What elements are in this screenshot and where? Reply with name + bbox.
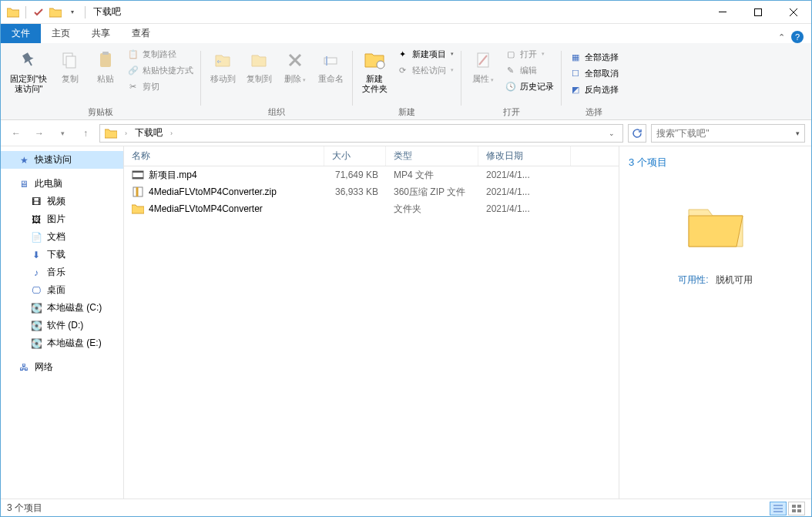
sidebar-item-documents[interactable]: 📄文档 (1, 228, 123, 246)
paste-shortcut-button[interactable]: 🔗粘贴快捷方式 (124, 62, 196, 78)
new-group-label: 新建 (398, 105, 415, 119)
tab-home[interactable]: 主页 (41, 24, 81, 43)
refresh-button[interactable] (628, 124, 646, 143)
navigation-bar: ← → ▾ ↑ › 下载吧 › ⌄ ▾ (1, 120, 811, 146)
copyto-icon (247, 48, 271, 72)
svg-rect-11 (133, 171, 143, 173)
sidebar-item-desktop[interactable]: 🖵桌面 (1, 281, 123, 299)
scissors-icon: ✂ (127, 80, 139, 92)
file-row[interactable]: 新项目.mp471,649 KBMP4 文件2021/4/1... (124, 166, 619, 183)
move-to-button[interactable]: 移动到 (206, 46, 240, 86)
view-icons-button[interactable] (788, 502, 805, 515)
folder-large-icon (685, 200, 747, 250)
separator (85, 6, 86, 18)
history-button[interactable]: 🕓历史记录 (502, 79, 557, 94)
properties-button[interactable]: 属性▾ (466, 46, 500, 86)
disk-icon: 💽 (30, 302, 42, 314)
copy-path-button[interactable]: 📋复制路径 (124, 46, 196, 62)
address-bar[interactable]: › 下载吧 › ⌄ (99, 124, 623, 143)
forward-button[interactable]: → (30, 124, 49, 143)
new-folder-button[interactable]: 新建 文件夹 (357, 46, 392, 96)
pin-to-quick-access-button[interactable]: 固定到"快 速访问" (5, 46, 52, 96)
svg-rect-15 (797, 505, 801, 508)
search-dropdown[interactable]: ▾ (796, 129, 800, 137)
history-label: 历史记录 (520, 81, 554, 92)
file-name: 4MediaFLVtoMP4Converter.zip (149, 186, 277, 197)
column-date[interactable]: 修改日期 (478, 146, 571, 166)
column-size[interactable]: 大小 (324, 146, 386, 166)
ribbon-collapse-icon[interactable]: ⌃ (778, 32, 785, 42)
desktop-icon: 🖵 (30, 284, 42, 297)
sidebar-item-music[interactable]: ♪音乐 (1, 264, 123, 281)
sidebar-item-disk-d[interactable]: 💽软件 (D:) (1, 317, 123, 334)
recent-dropdown[interactable]: ▾ (53, 124, 72, 143)
invert-selection-button[interactable]: ◩反向选择 (566, 82, 622, 97)
file-name: 4MediaFLVtoMP4Converter (149, 203, 263, 214)
ribbon-group-open: 属性▾ ▢打开▾ ✎编辑 🕓历史记录 打开 (461, 46, 562, 119)
column-type[interactable]: 类型 (386, 146, 478, 166)
chevron-right-icon[interactable]: › (122, 129, 130, 137)
paste-button[interactable]: 粘贴 (89, 46, 122, 86)
sidebar-label: 音乐 (47, 266, 65, 279)
address-dropdown[interactable]: ⌄ (604, 129, 619, 137)
search-box[interactable]: ▾ (651, 124, 805, 143)
back-button[interactable]: ← (7, 124, 25, 143)
ribbon-group-clipboard: 固定到"快 速访问" 复制 粘贴 📋复制路径 🔗粘贴快捷方式 ✂剪切 剪贴板 (1, 46, 201, 119)
disk-icon: 💽 (30, 320, 42, 332)
file-row[interactable]: 4MediaFLVtoMP4Converter文件夹2021/4/1... (124, 200, 619, 217)
sidebar-item-videos[interactable]: 🎞视频 (1, 193, 123, 210)
open-button[interactable]: ▢打开▾ (502, 46, 557, 62)
sidebar-item-pictures[interactable]: 🖼图片 (1, 210, 123, 228)
cut-button[interactable]: ✂剪切 (124, 79, 196, 94)
properties-label: 属性▾ (472, 74, 494, 85)
folder-icon (5, 5, 21, 20)
folder-small-icon[interactable] (48, 5, 63, 20)
up-button[interactable]: ↑ (76, 124, 95, 143)
checkmark-icon[interactable] (31, 5, 46, 20)
view-details-button[interactable] (770, 502, 787, 515)
selectnone-icon: ☐ (569, 67, 582, 79)
copy-to-button[interactable]: 复制到 (242, 46, 277, 86)
file-row[interactable]: 4MediaFLVtoMP4Converter.zip36,933 KB360压… (124, 183, 619, 200)
select-none-button[interactable]: ☐全部取消 (566, 65, 622, 81)
edit-button[interactable]: ✎编辑 (502, 62, 557, 78)
rename-icon (318, 48, 343, 72)
delete-button[interactable]: 删除▾ (278, 46, 312, 86)
sidebar-label: 文档 (47, 230, 65, 243)
search-input[interactable] (656, 128, 791, 139)
newfolder-label: 新建 文件夹 (362, 74, 388, 94)
select-all-button[interactable]: ▦全部选择 (566, 49, 622, 65)
svg-rect-9 (478, 53, 488, 67)
tab-file[interactable]: 文件 (1, 24, 41, 43)
tab-view[interactable]: 查看 (121, 24, 161, 43)
rename-button[interactable]: 重命名 (314, 46, 348, 86)
documents-icon: 📄 (30, 231, 42, 243)
sidebar-label: 此电脑 (35, 177, 62, 190)
maximize-button[interactable] (740, 1, 776, 24)
new-item-button[interactable]: ✦新建项目▾ (394, 46, 457, 62)
help-icon[interactable]: ? (791, 31, 804, 43)
copy-button[interactable]: 复制 (53, 46, 87, 86)
easy-access-button[interactable]: ⟳轻松访问▾ (394, 62, 457, 78)
breadcrumb-root-icon[interactable] (103, 128, 119, 139)
sidebar-item-downloads[interactable]: ⬇下载 (1, 246, 123, 264)
svg-rect-3 (66, 56, 75, 68)
close-button[interactable] (776, 1, 811, 24)
pin-label: 固定到"快 速访问" (10, 74, 47, 94)
sidebar-item-this-pc[interactable]: 🖥此电脑 (1, 175, 123, 193)
sidebar-item-network[interactable]: 🖧网络 (1, 358, 123, 376)
svg-rect-14 (792, 505, 796, 508)
file-type-icon (132, 203, 144, 215)
qat-dropdown[interactable]: ▾ (65, 5, 80, 20)
sidebar-item-quick-access[interactable]: ★快速访问 (1, 151, 123, 169)
column-name[interactable]: 名称 (124, 146, 324, 166)
sidebar-item-disk-c[interactable]: 💽本地磁盘 (C:) (1, 299, 123, 317)
easyaccess-label: 轻松访问 (412, 65, 446, 76)
chevron-right-icon[interactable]: › (167, 129, 176, 137)
sidebar-label: 网络 (35, 361, 53, 374)
tab-share[interactable]: 共享 (81, 24, 121, 43)
sidebar-item-disk-e[interactable]: 💽本地磁盘 (E:) (1, 334, 123, 352)
breadcrumb-item[interactable]: 下载吧 (133, 126, 164, 139)
edit-icon: ✎ (505, 64, 517, 76)
minimize-button[interactable] (705, 1, 740, 24)
